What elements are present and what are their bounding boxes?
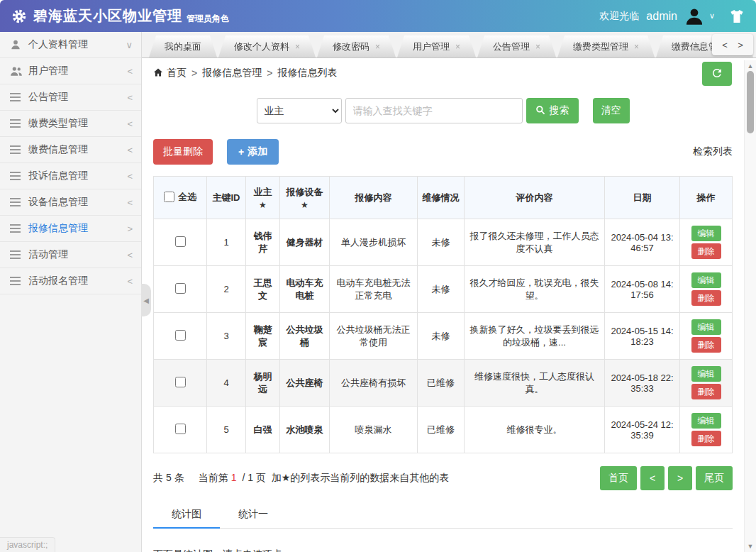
close-icon[interactable]: × xyxy=(535,42,540,52)
cell-device: 公共座椅 xyxy=(280,360,330,407)
chevron-icon: < xyxy=(127,118,133,129)
cell-actions: 编辑删除 xyxy=(680,266,733,313)
column-header-content: 报修内容 xyxy=(330,177,418,219)
cell-id: 1 xyxy=(207,219,246,266)
delete-button[interactable]: 删除 xyxy=(691,337,721,353)
close-icon[interactable]: × xyxy=(634,42,639,52)
sidebar-item[interactable]: 个人资料管理∨ xyxy=(0,32,141,58)
stats-tab[interactable]: 统计图 xyxy=(153,502,220,529)
delete-button[interactable]: 删除 xyxy=(691,290,721,306)
search-bar: 业主 搜索 清空 xyxy=(153,98,733,123)
window-tab[interactable]: 用户管理× xyxy=(397,35,476,57)
close-icon[interactable]: × xyxy=(455,42,460,52)
breadcrumb-home[interactable]: 首页 xyxy=(153,67,187,79)
cell-review: 维修很专业。 xyxy=(465,407,605,453)
status-link-hint: javascript:; xyxy=(0,537,55,552)
window-tab[interactable]: 公告管理× xyxy=(477,35,556,57)
scrollbar-thumb[interactable] xyxy=(747,71,754,133)
chevron-icon: < xyxy=(127,250,133,260)
cell-status: 未修 xyxy=(418,313,465,360)
chevron-icon: < xyxy=(127,197,133,208)
column-header-id: 主键ID xyxy=(207,177,246,219)
sidebar-collapse-handle[interactable]: ◀ xyxy=(141,284,151,316)
pager-first[interactable]: 首页 xyxy=(600,466,637,490)
tab-scroll-right-icon[interactable]: > xyxy=(738,40,743,50)
scroll-down-icon[interactable]: ▼ xyxy=(745,543,756,550)
add-button[interactable]: + 添加 xyxy=(227,139,279,165)
sidebar-item[interactable]: 缴费信息管理< xyxy=(0,137,141,163)
pager-prev[interactable]: < xyxy=(640,466,665,490)
column-header-actions: 操作 xyxy=(680,177,733,219)
breadcrumb-separator: > xyxy=(267,67,272,79)
cell-device: 水池喷泉 xyxy=(280,407,330,453)
column-header-status: 维修情况 xyxy=(418,177,465,219)
window-tab[interactable]: 缴费类型管理× xyxy=(557,35,655,57)
list-icon xyxy=(10,277,28,285)
search-input[interactable] xyxy=(345,98,523,123)
list-icon xyxy=(10,172,28,180)
sidebar-item[interactable]: 公告管理< xyxy=(0,84,141,111)
user-avatar-icon[interactable] xyxy=(684,6,704,26)
row-checkbox[interactable] xyxy=(175,424,186,434)
sidebar-item[interactable]: 缴费类型管理< xyxy=(0,111,141,137)
refresh-button[interactable] xyxy=(702,62,732,86)
cell-status: 未修 xyxy=(418,266,465,313)
cell-owner: 鞠楚宸 xyxy=(246,313,280,360)
sidebar-item[interactable]: 活动报名管理< xyxy=(0,268,141,294)
scroll-up-icon[interactable]: ▲ xyxy=(745,62,756,70)
cell-actions: 编辑删除 xyxy=(680,219,733,266)
breadcrumb-section[interactable]: 报修信息管理 xyxy=(202,67,262,79)
window-tab[interactable]: 修改个人资料× xyxy=(218,35,316,57)
pager-next[interactable]: > xyxy=(668,466,692,490)
clear-button[interactable]: 清空 xyxy=(593,98,630,123)
repair-table: 全选主键ID业主★报修设备★报修内容维修情况评价内容日期操作 1钱伟芹健身器材单… xyxy=(153,176,733,453)
stats-tab[interactable]: 统计一 xyxy=(220,502,287,529)
row-checkbox[interactable] xyxy=(175,236,186,247)
sidebar-item[interactable]: 报修信息管理> xyxy=(0,216,141,242)
cell-id: 4 xyxy=(207,360,246,407)
edit-button[interactable]: 编辑 xyxy=(691,366,721,382)
users-icon xyxy=(10,66,28,77)
row-checkbox[interactable] xyxy=(175,377,186,387)
cell-id: 2 xyxy=(207,266,246,313)
window-tab[interactable]: 我的桌面 xyxy=(149,35,217,57)
chevron-down-icon[interactable]: ∨ xyxy=(709,11,715,21)
plus-icon: + xyxy=(238,146,244,158)
delete-button[interactable]: 删除 xyxy=(691,384,721,399)
table-row: 3鞠楚宸公共垃圾桶公共垃圾桶无法正常使用未修换新换了好久，垃圾要丢到很远的垃圾桶… xyxy=(154,313,733,360)
edit-button[interactable]: 编辑 xyxy=(691,319,721,335)
batch-delete-button[interactable]: 批量删除 xyxy=(153,139,213,165)
delete-button[interactable]: 删除 xyxy=(691,243,721,259)
delete-button[interactable]: 删除 xyxy=(691,431,721,446)
vertical-scrollbar[interactable]: ▲ ▼ xyxy=(744,60,756,552)
edit-button[interactable]: 编辑 xyxy=(691,226,721,241)
home-icon xyxy=(153,67,163,79)
close-icon[interactable]: × xyxy=(375,42,380,52)
search-field-select[interactable]: 业主 xyxy=(257,98,342,123)
select-all-checkbox[interactable] xyxy=(164,192,174,202)
close-icon[interactable]: × xyxy=(295,42,300,52)
list-icon xyxy=(10,93,28,101)
cell-owner: 钱伟芹 xyxy=(246,219,280,266)
search-button[interactable]: 搜索 xyxy=(526,98,579,123)
role-label: 管理员角色 xyxy=(187,13,229,25)
edit-button[interactable]: 编辑 xyxy=(691,413,721,429)
sidebar-item[interactable]: 活动管理< xyxy=(0,242,141,268)
app-header: 碧海蓝天小区物业管理 管理员角色 欢迎光临 admin ∨ xyxy=(0,0,756,32)
column-header-device: 报修设备★ xyxy=(280,177,330,219)
window-tab[interactable]: 修改密码× xyxy=(317,35,396,57)
edit-button[interactable]: 编辑 xyxy=(691,272,721,288)
row-checkbox[interactable] xyxy=(175,283,186,294)
pager-last[interactable]: 尾页 xyxy=(696,466,733,490)
row-checkbox[interactable] xyxy=(175,330,186,341)
table-row: 2王思文电动车充电桩电动车充电桩无法正常充电未修很久才给回应，耽误充电，很失望。… xyxy=(154,266,733,313)
chevron-icon: < xyxy=(127,276,133,287)
cell-date: 2024-05-24 12:35:39 xyxy=(605,407,680,453)
sidebar-item[interactable]: 用户管理< xyxy=(0,58,141,84)
breadcrumb-separator: > xyxy=(191,67,197,79)
tab-scroll-left-icon[interactable]: < xyxy=(722,40,728,50)
chevron-icon: < xyxy=(127,171,133,182)
sidebar-item[interactable]: 设备信息管理< xyxy=(0,189,141,216)
sidebar-item[interactable]: 投诉信息管理< xyxy=(0,163,141,189)
theme-shirt-icon[interactable] xyxy=(729,9,745,23)
